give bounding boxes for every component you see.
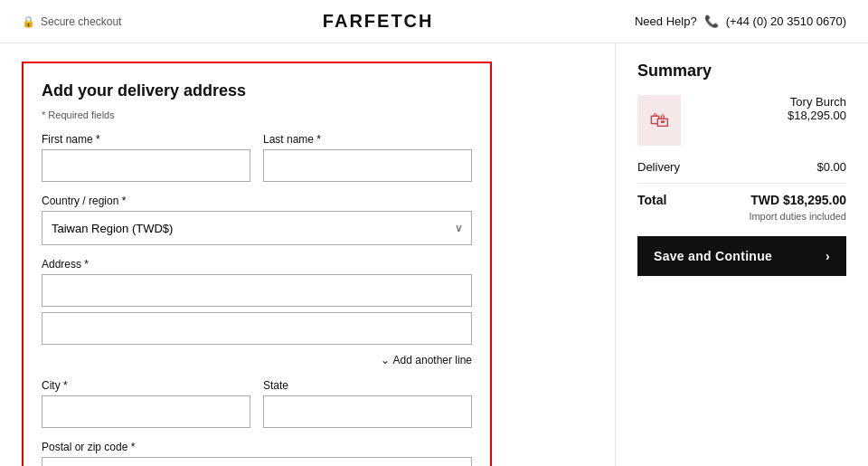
lock-icon: 🔒 — [22, 15, 35, 28]
delivery-value: $0.00 — [816, 160, 846, 174]
product-brand: Tory Burch — [692, 95, 846, 109]
address-line1-input[interactable] — [42, 274, 472, 307]
total-price: $18,295.00 — [783, 193, 846, 207]
chevron-right-icon: › — [826, 249, 830, 263]
bag-icon: 🛍 — [649, 109, 669, 132]
total-label: Total — [637, 193, 666, 207]
delivery-label: Delivery — [637, 160, 680, 174]
name-row: First name * Last name * — [42, 133, 472, 182]
postal-group: Postal or zip code * — [42, 441, 472, 466]
required-note: * Required fields — [42, 109, 472, 120]
first-name-group: First name * — [42, 133, 250, 182]
form-title: Add your delivery address — [42, 81, 472, 100]
country-label: Country / region * — [42, 195, 472, 207]
save-continue-label: Save and Continue — [654, 249, 772, 263]
secure-checkout: 🔒 Secure checkout — [22, 15, 121, 28]
last-name-input[interactable] — [263, 149, 472, 182]
import-duties: Import duties included — [637, 211, 846, 222]
postal-input[interactable] — [42, 457, 472, 466]
last-name-label: Last name * — [263, 133, 472, 146]
city-group: City * — [42, 379, 250, 428]
city-label: City * — [42, 379, 250, 392]
save-continue-button[interactable]: Save and Continue › — [637, 236, 846, 276]
delivery-address-form: Add your delivery address * Required fie… — [22, 62, 492, 466]
form-section: Add your delivery address * Required fie… — [0, 43, 615, 466]
city-state-row: City * State — [42, 379, 472, 428]
city-input[interactable] — [42, 395, 250, 428]
first-name-input[interactable] — [42, 149, 250, 182]
product-thumbnail: 🛍 — [637, 95, 681, 146]
address-line2-input[interactable] — [42, 312, 472, 345]
total-currency: TWD — [750, 193, 779, 207]
add-another-line-button[interactable]: ⌄ Add another line — [42, 354, 472, 366]
brand-logo: FARFETCH — [323, 11, 434, 32]
postal-label: Postal or zip code * — [42, 441, 472, 453]
state-input[interactable] — [263, 395, 472, 428]
address-label: Address * — [42, 258, 472, 271]
first-name-label: First name * — [42, 133, 250, 146]
summary-section: Summary 🛍 Tory Burch $18,295.00 Delivery… — [615, 43, 868, 466]
header: 🔒 Secure checkout FARFETCH Need Help? 📞 … — [0, 0, 868, 43]
product-info: Tory Burch $18,295.00 — [692, 95, 846, 122]
address-inputs — [42, 274, 472, 350]
address-group: Address * — [42, 258, 472, 354]
summary-title: Summary — [637, 62, 846, 81]
total-amount: TWD $18,295.00 — [750, 193, 846, 207]
state-group: State — [263, 379, 472, 428]
help-contact: Need Help? 📞 (+44 (0) 20 3510 0670) — [635, 14, 846, 28]
total-line: Total TWD $18,295.00 — [637, 193, 846, 207]
last-name-group: Last name * — [263, 133, 472, 182]
country-select[interactable]: Taiwan Region (TWD$) — [42, 211, 472, 245]
main-layout: Add your delivery address * Required fie… — [0, 43, 868, 466]
chevron-small-icon: ⌄ — [381, 354, 390, 366]
delivery-line: Delivery $0.00 — [637, 160, 846, 174]
summary-divider — [637, 183, 846, 184]
country-group: Country / region * Taiwan Region (TWD$) … — [42, 195, 472, 245]
product-price: $18,295.00 — [692, 109, 846, 122]
product-row: 🛍 Tory Burch $18,295.00 — [637, 95, 846, 146]
phone-icon: 📞 — [704, 14, 719, 28]
state-label: State — [263, 379, 472, 392]
country-select-wrapper: Taiwan Region (TWD$) ∨ — [42, 211, 472, 245]
